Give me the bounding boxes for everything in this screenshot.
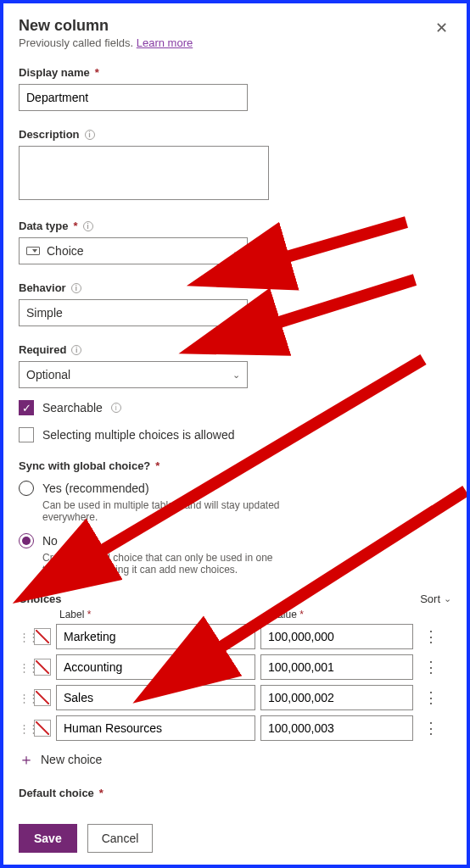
chevron-down-icon: ⌄ xyxy=(232,308,240,319)
description-input[interactable] xyxy=(19,146,269,200)
plus-icon: ＋ xyxy=(19,749,34,770)
panel-subtitle: Previously called fields. Learn more xyxy=(19,36,193,49)
sync-yes-hint: Can be used in multiple tables, and will… xyxy=(42,499,297,523)
info-icon[interactable]: i xyxy=(83,221,93,231)
choice-value-input[interactable] xyxy=(260,654,413,680)
new-choice-button[interactable]: ＋ New choice xyxy=(19,749,451,770)
choices-heading: Choices xyxy=(19,593,62,605)
searchable-checkbox[interactable]: ✓ xyxy=(19,400,34,415)
behavior-select[interactable]: Simple ⌄ xyxy=(19,299,248,326)
more-icon[interactable]: ⋮ xyxy=(418,627,444,646)
info-icon[interactable]: i xyxy=(71,283,81,293)
searchable-label: Searchable xyxy=(42,401,103,415)
drag-handle-icon[interactable]: ⋮⋮ xyxy=(19,722,29,735)
choice-icon xyxy=(26,247,40,255)
display-name-label: Display name* xyxy=(19,66,451,79)
sync-yes-radio[interactable] xyxy=(19,481,34,496)
multiple-choices-checkbox[interactable] xyxy=(19,427,34,442)
sort-button[interactable]: Sort ⌄ xyxy=(420,593,451,605)
more-icon[interactable]: ⋮ xyxy=(418,688,444,707)
chevron-down-icon: ⌄ xyxy=(444,593,451,604)
choice-row: ⋮⋮⋮ xyxy=(19,624,451,649)
color-swatch[interactable] xyxy=(34,659,51,676)
sync-no-hint: Creates a local choice that can only be … xyxy=(42,552,297,576)
info-icon[interactable]: i xyxy=(111,403,121,413)
color-swatch[interactable] xyxy=(34,720,51,737)
drag-handle-icon[interactable]: ⋮⋮ xyxy=(19,661,29,674)
choice-value-input[interactable] xyxy=(260,685,413,710)
chevron-down-icon: ⌄ xyxy=(232,246,240,257)
description-label: Description i xyxy=(19,128,451,141)
display-name-input[interactable] xyxy=(19,84,248,111)
choice-row: ⋮⋮⋮ xyxy=(19,715,451,741)
learn-more-link[interactable]: Learn more xyxy=(137,36,193,49)
data-type-select[interactable]: Choice ⌄ xyxy=(19,237,248,264)
choice-label-input[interactable] xyxy=(56,685,255,710)
choice-value-input[interactable] xyxy=(260,715,413,741)
color-swatch[interactable] xyxy=(34,628,51,645)
default-choice-label: Default choice* xyxy=(19,787,451,799)
more-icon[interactable]: ⋮ xyxy=(418,658,444,676)
panel-title: New column xyxy=(19,17,193,35)
choice-label-input[interactable] xyxy=(56,624,255,649)
new-column-panel: New column Previously called fields. Lea… xyxy=(0,0,470,868)
drag-handle-icon[interactable]: ⋮⋮ xyxy=(19,631,29,643)
choice-label-input[interactable] xyxy=(56,654,255,680)
sync-no-label: No xyxy=(42,534,58,548)
choice-value-input[interactable] xyxy=(260,624,413,649)
sync-no-radio[interactable] xyxy=(19,533,34,548)
info-icon[interactable]: i xyxy=(85,130,95,140)
behavior-label: Behavior i xyxy=(19,281,451,294)
required-select[interactable]: Optional ⌄ xyxy=(19,361,248,388)
choice-row: ⋮⋮⋮ xyxy=(19,654,451,680)
choice-row: ⋮⋮⋮ xyxy=(19,685,451,710)
save-button[interactable]: Save xyxy=(19,824,77,853)
more-icon[interactable]: ⋮ xyxy=(418,719,444,737)
choice-label-input[interactable] xyxy=(56,715,255,741)
required-label: Required i xyxy=(19,343,451,356)
cancel-button[interactable]: Cancel xyxy=(87,824,154,853)
sync-yes-label: Yes (recommended) xyxy=(42,481,149,495)
multiple-choices-label: Selecting multiple choices is allowed xyxy=(42,428,234,442)
sync-label: Sync with global choice?* xyxy=(19,459,451,472)
chevron-down-icon: ⌄ xyxy=(232,370,240,381)
data-type-label: Data type* i xyxy=(19,220,451,232)
info-icon[interactable]: i xyxy=(71,345,81,355)
color-swatch[interactable] xyxy=(34,689,51,706)
drag-handle-icon[interactable]: ⋮⋮ xyxy=(19,692,29,704)
close-icon[interactable]: ✕ xyxy=(432,17,451,39)
